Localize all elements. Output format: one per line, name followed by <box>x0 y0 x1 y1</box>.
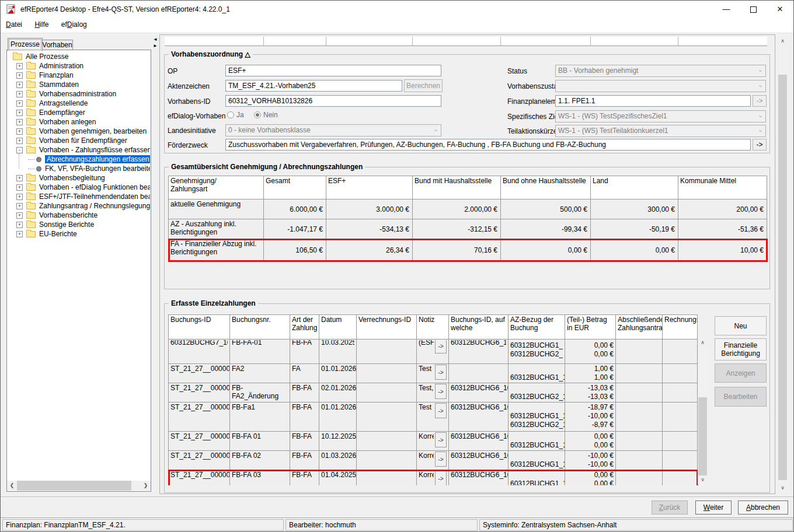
foerderzweck-goto-button[interactable]: -> <box>753 139 767 150</box>
collapse-right-icon[interactable]: ► <box>153 43 158 49</box>
scroll-up-icon[interactable]: ∧ <box>778 37 788 46</box>
column-header[interactable]: Gesamt <box>264 176 326 200</box>
expand-icon[interactable]: + <box>16 91 23 97</box>
table-row[interactable]: aktuelle Genehmigung6.000,00 €3.000,00 €… <box>169 200 767 219</box>
tree-item[interactable]: +Administration <box>7 61 150 71</box>
column-header[interactable]: Bund mit Haushaltsstelle <box>413 176 501 200</box>
expand-icon[interactable]: + <box>16 203 23 209</box>
scrollbar-thumb[interactable] <box>698 397 707 475</box>
scrollbar-thumb[interactable] <box>778 75 787 480</box>
tree-item[interactable]: +Sonstige Berichte <box>7 220 150 229</box>
table-row[interactable]: 60312BUCHG7_1013FB-FA-01FB-FA10.03.2025(… <box>169 340 698 364</box>
aktenzeichen-field[interactable]: TM_ESF_4.21.-Vorhaben25 <box>225 80 402 92</box>
expand-icon[interactable]: + <box>16 194 23 200</box>
tree-item[interactable]: +Vorhaben genehmigen, bearbeiten <box>7 127 150 136</box>
finanzielle-berichtigung-button[interactable]: Finanzielle Berichtigung <box>715 338 767 360</box>
landesinitiative-select[interactable]: 0 - keine Vorhabensklasse⌄ <box>225 124 441 136</box>
collapse-left-icon[interactable]: ◄ <box>153 37 158 43</box>
column-header[interactable]: Kommunale Mittel <box>678 176 767 200</box>
neu-button[interactable]: Neu <box>715 316 767 335</box>
expand-icon[interactable]: + <box>16 175 23 181</box>
teilaktionskuerzel-select[interactable]: WS-1 - (WS) TestTeilaktionkuerzel1⌄ <box>555 125 766 137</box>
table-row[interactable]: ST_21_27__0000005FB-FA 02FB-FA01.03.2026… <box>169 451 698 470</box>
column-header[interactable]: Buchungsnr. <box>230 315 290 340</box>
splitter[interactable]: ◄ ► <box>152 34 159 494</box>
column-header[interactable]: Buchungs-ID, auf welche <box>449 315 509 340</box>
vorhabens-id-field[interactable]: 60312_VORHAB10132826 <box>225 95 441 107</box>
note-arrow-button[interactable]: -> <box>435 452 447 467</box>
finanzplanelement-goto-button[interactable]: -> <box>753 95 767 107</box>
expand-icon[interactable]: + <box>16 119 23 125</box>
tree-item[interactable]: +Vorhaben - efDialog Funktionen bearbeit… <box>7 183 150 192</box>
table-row[interactable]: FA - Finanzieller Abzug inkl. Berichtigu… <box>169 239 767 261</box>
column-header[interactable]: (Teil-) Betrag in EUR <box>565 315 616 340</box>
column-header[interactable]: Art der Zahlung <box>290 315 319 340</box>
expand-icon[interactable]: + <box>16 110 23 116</box>
payments-scrollbar[interactable]: ∧ ∨ <box>698 338 708 485</box>
bearbeiten-button[interactable]: Bearbeiten <box>715 387 767 407</box>
spezifisches-ziel-select[interactable]: WS-1 - (WS) TestSpezifischesZiel1⌄ <box>555 110 766 123</box>
zurueck-button[interactable]: Zurück <box>652 501 688 514</box>
note-arrow-button[interactable]: -> <box>435 471 447 485</box>
main-vertical-scrollbar[interactable]: ∧ ∨ <box>778 37 788 493</box>
op-field[interactable]: ESF+ <box>225 65 441 76</box>
table-row[interactable]: ST_21_27__0000005FB-FA 03FB-FA01.04.2025… <box>169 470 698 486</box>
anzeigen-button[interactable]: Anzeigen <box>715 363 767 383</box>
tree-item[interactable]: +Vorhabensberichte <box>7 211 150 220</box>
close-button[interactable]: ✕ <box>767 1 793 18</box>
scroll-down-icon[interactable]: ∨ <box>698 475 708 485</box>
note-arrow-button[interactable]: -> <box>435 384 447 399</box>
column-header[interactable]: ESF+ <box>326 176 413 200</box>
scrollbar-thumb[interactable] <box>17 481 131 491</box>
tree-item[interactable]: +Zahlungsantrag / Rechnungslegung <box>7 201 150 211</box>
expand-icon[interactable]: + <box>16 72 23 79</box>
tree-item[interactable]: +Vorhaben für Endempfänger <box>7 136 150 145</box>
tree-item[interactable]: -Vorhaben - Zahlungsflüsse erfassen <box>7 145 150 155</box>
scroll-up-icon[interactable]: ∧ <box>698 338 708 348</box>
minimize-button[interactable]: — <box>713 1 740 18</box>
table-row[interactable]: ST_21_27__0000004FB-FA2_ÄnderungFB-FA02.… <box>169 383 698 402</box>
tree-item[interactable]: +Vorhabensadministration <box>7 89 150 99</box>
status-select[interactable]: BB - Vorhaben genehmigt⌄ <box>555 65 766 77</box>
tree-horizontal-scrollbar[interactable]: ❮ ❯ <box>7 481 151 491</box>
column-header[interactable]: Notiz <box>417 315 449 340</box>
expand-icon[interactable]: + <box>16 212 23 219</box>
tree-item[interactable]: +Vorhaben anlegen <box>7 117 150 127</box>
expand-icon[interactable]: + <box>16 100 23 107</box>
column-header[interactable]: Verrechnungs-ID <box>357 315 417 340</box>
column-header[interactable]: Land <box>591 176 678 200</box>
note-arrow-button[interactable]: -> <box>435 365 447 380</box>
scroll-down-icon[interactable]: ∨ <box>778 484 788 493</box>
note-arrow-button[interactable]: -> <box>435 403 447 418</box>
expand-icon[interactable]: + <box>16 231 23 237</box>
weiter-button[interactable]: Weiter <box>695 501 732 514</box>
tree-item[interactable]: Abrechnungszahlungen erfassen <box>7 155 150 164</box>
column-header[interactable]: Datum <box>319 315 357 340</box>
tree-item[interactable]: +Vorhabensbegleitung <box>7 173 150 183</box>
column-header[interactable]: Bund ohne Haushaltsstelle <box>501 176 591 200</box>
tree-item[interactable]: +Endempfänger <box>7 108 150 117</box>
menu-efdialog[interactable]: efDialog <box>56 18 92 33</box>
tree-item[interactable]: FK, VF, VFA-Buchungen bearbeiten <box>7 164 150 173</box>
scroll-left-icon[interactable]: ❮ <box>7 481 17 491</box>
radio-nein[interactable]: Nein <box>254 111 278 119</box>
tree-item[interactable]: +Antragstellende <box>7 99 150 108</box>
expand-icon[interactable]: + <box>16 184 23 191</box>
expand-icon[interactable]: + <box>16 138 23 144</box>
tree-item[interactable]: +Stammdaten <box>7 80 150 89</box>
tree-item[interactable]: +EU-Berichte <box>7 229 150 239</box>
column-header[interactable]: Rechnungslegu <box>663 315 698 340</box>
menu-datei[interactable]: Datei <box>1 18 27 33</box>
tree-item-root[interactable]: Alle Prozesse <box>7 52 150 61</box>
tab-prozesse[interactable]: Prozesse <box>8 38 43 51</box>
vorhabenszustand-select[interactable]: ⌄ <box>555 80 766 92</box>
tree-item[interactable]: +ESF+/JTF-Teilnehmendendaten bearbeiten <box>7 192 150 201</box>
abbrechen-button[interactable]: Abbrechen <box>738 501 788 514</box>
note-arrow-button[interactable]: -> <box>435 432 447 447</box>
menu-hilfe[interactable]: Hilfe <box>29 18 54 33</box>
note-arrow-button[interactable]: -> <box>435 340 447 354</box>
table-row[interactable]: ST_21_27__0000004FA2FA01.01.2026Test->60… <box>169 364 698 383</box>
column-header[interactable]: Genehmigung/ Zahlungsart <box>169 176 264 200</box>
scroll-right-icon[interactable]: ❯ <box>141 481 151 491</box>
expand-icon[interactable]: + <box>16 128 23 135</box>
